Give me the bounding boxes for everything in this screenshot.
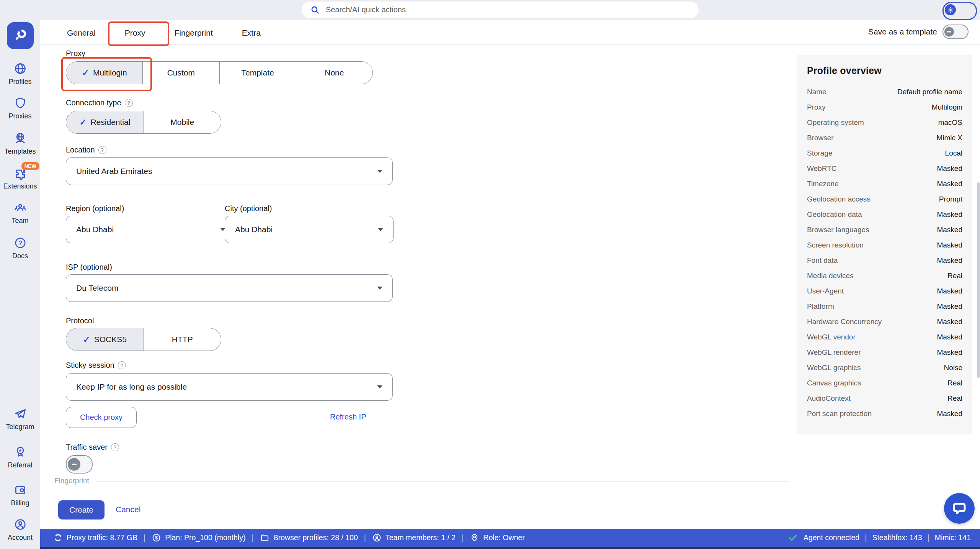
region-label: Region (optional) — [66, 204, 124, 213]
window-bottom-edge — [0, 547, 980, 549]
agent-status-group: Agent connected | Stealthfox: 143 | Mimi… — [788, 533, 971, 543]
overview-row: Geolocation dataMasked — [807, 210, 962, 219]
save-as-template-toggle[interactable] — [942, 25, 969, 39]
tab-extra[interactable]: Extra — [242, 28, 261, 38]
sidebar-item-extensions[interactable]: NEW Extensions — [0, 167, 40, 190]
stealthfox-version: Stealthfox: 143 — [872, 533, 922, 542]
sidebar-item-proxies[interactable]: Proxies — [0, 97, 40, 120]
help-icon[interactable]: ? — [111, 443, 119, 451]
check-proxy-button[interactable]: Check proxy — [66, 407, 137, 428]
sidebar-item-account[interactable]: Account — [0, 518, 40, 542]
protocol-option-http[interactable]: HTTP — [144, 328, 221, 351]
chevron-down-icon — [378, 228, 383, 231]
location-dropdown[interactable]: United Arab Emirates — [66, 157, 393, 185]
protocol-segmented: ✓SOCKS5 HTTP — [66, 328, 221, 351]
help-icon[interactable]: ? — [98, 146, 106, 154]
refresh-ip-link[interactable]: Refresh IP — [330, 413, 366, 421]
connection-type-segmented: ✓Residential Mobile — [66, 111, 221, 134]
traffic-saver-toggle[interactable] — [66, 455, 93, 474]
cancel-button[interactable]: Cancel — [116, 505, 140, 514]
overview-row: PlatformMasked — [807, 302, 962, 311]
separator: | — [462, 533, 464, 542]
app-window: Profiles Proxies Templates NEW Extension… — [0, 0, 980, 549]
chevron-down-icon — [377, 287, 382, 290]
search-icon — [310, 5, 320, 15]
sidebar-item-label: Team — [11, 217, 28, 225]
search-bar[interactable] — [302, 2, 699, 18]
separator: | — [364, 533, 366, 542]
isp-dropdown[interactable]: Du Telecom — [66, 274, 393, 302]
connection-option-residential[interactable]: ✓Residential — [66, 111, 144, 133]
search-input[interactable] — [325, 5, 695, 15]
traffic-saver-label: Traffic saver? — [66, 443, 119, 452]
help-icon[interactable]: ? — [125, 99, 133, 107]
overview-row: NameDefault profile name — [807, 87, 962, 97]
separator: | — [865, 533, 867, 542]
protocol-label: Protocol — [66, 316, 94, 325]
panel-title: Profile overview — [807, 65, 962, 76]
proxy-option-custom[interactable]: Custom — [142, 62, 219, 84]
multilogin-logo-icon — [12, 27, 29, 44]
proxy-option-multilogin[interactable]: ✓Multilogin — [66, 62, 142, 84]
check-icon — [788, 533, 798, 543]
plan-status: $ Plan: Pro_100 (monthly) — [152, 533, 245, 542]
sidebar-item-templates[interactable]: Templates — [0, 132, 40, 156]
proxy-option-none[interactable]: None — [296, 62, 372, 84]
multilogin-logo[interactable] — [7, 22, 34, 49]
vertical-scrollbar[interactable] — [977, 182, 980, 378]
help-icon[interactable]: ? — [118, 361, 126, 369]
support-chat-button[interactable] — [944, 493, 975, 524]
sidebar-item-team[interactable]: Team — [0, 201, 40, 225]
sidebar-item-label: Billing — [11, 499, 29, 507]
sidebar-item-billing[interactable]: Billing — [0, 483, 40, 507]
overview-row: Canvas graphicsReal — [807, 378, 962, 388]
check-icon: ✓ — [83, 335, 90, 344]
proxy-option-template[interactable]: Template — [219, 62, 296, 84]
tab-proxy[interactable]: Proxy — [125, 28, 145, 38]
overview-row: Browser languagesMasked — [807, 225, 962, 234]
connection-option-mobile[interactable]: Mobile — [144, 111, 221, 133]
help-icon: ? — [14, 236, 27, 249]
overview-row: User-AgentMasked — [807, 286, 962, 296]
check-icon: ✓ — [82, 69, 89, 77]
region-dropdown[interactable]: Abu Dhabi — [66, 216, 236, 243]
role-icon — [470, 533, 479, 542]
sidebar-item-profiles[interactable]: Profiles — [0, 62, 40, 86]
sidebar-item-docs[interactable]: ? Docs — [0, 236, 40, 260]
overview-row: Hardware ConcurrencyMasked — [807, 317, 962, 326]
sidebar-item-referral[interactable]: Referral — [0, 446, 40, 469]
overview-row: TimezoneMasked — [807, 179, 962, 188]
tab-general[interactable]: General — [67, 28, 96, 38]
sticky-session-dropdown[interactable]: Keep IP for as long as possible — [66, 373, 393, 401]
overview-row: WebGL vendorMasked — [807, 332, 962, 342]
protocol-option-socks5[interactable]: ✓SOCKS5 — [66, 328, 144, 351]
sidebar-item-label: Account — [8, 534, 33, 542]
footer-divider — [40, 487, 980, 487]
browser-profiles-status: Browser profiles: 28 / 100 — [260, 533, 358, 542]
sidebar-item-label: Profiles — [8, 78, 31, 86]
sidebar-item-telegram[interactable]: Telegram — [0, 407, 40, 431]
overview-row: Font dataMasked — [807, 256, 962, 265]
theme-toggle[interactable] — [942, 2, 977, 20]
fingerprint-section-header: Fingerprint — [54, 477, 89, 485]
proxy-traffic-icon — [53, 533, 63, 542]
templates-icon — [14, 132, 27, 145]
overview-row: StorageLocal — [807, 148, 962, 158]
sidebar-item-label: Referral — [8, 461, 32, 469]
top-bar — [0, 0, 980, 20]
toggle-knob — [68, 458, 80, 471]
save-as-template-row: Save as a template — [868, 25, 969, 39]
tab-fingerprint[interactable]: Fingerprint — [174, 28, 212, 38]
create-button[interactable]: Create — [58, 500, 105, 520]
fingerprint-section-divider — [96, 481, 789, 482]
overview-row: WebRTCMasked — [807, 164, 962, 173]
isp-label: ISP (optional) — [66, 263, 112, 272]
city-label: City (optional) — [225, 204, 272, 213]
proxy-label: Proxy — [66, 49, 85, 58]
proxy-type-segmented: ✓Multilogin Custom Template None — [66, 61, 373, 84]
mimic-version: Mimic: 141 — [935, 533, 971, 542]
toggle-knob — [944, 27, 954, 37]
overview-row: Operating systemmacOS — [807, 118, 962, 127]
city-dropdown[interactable]: Abu Dhabi — [225, 216, 394, 243]
overview-row: Port scan protectionMasked — [807, 409, 962, 418]
